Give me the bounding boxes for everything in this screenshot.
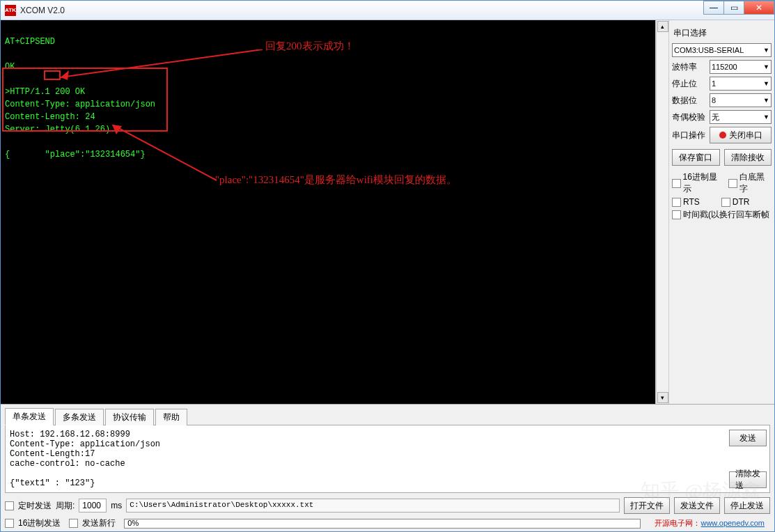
baud-label: 波特率 bbox=[672, 61, 707, 73]
serial-section-title: 串口选择 bbox=[673, 27, 772, 39]
parity-select[interactable]: 无▼ bbox=[710, 110, 772, 124]
timestamp-label: 时间戳(以换行回车断帧 bbox=[683, 209, 769, 221]
bottom-pane: 单条发送 多条发送 协议传输 帮助 Host: 192.168.12.68:89… bbox=[1, 404, 774, 531]
send-tabs: 单条发送 多条发送 协议传输 帮助 bbox=[1, 405, 774, 425]
timed-send-label: 定时发送 bbox=[18, 500, 52, 512]
annotation-text-1: 回复200表示成功！ bbox=[265, 38, 354, 54]
close-serial-button[interactable]: 关闭串口 bbox=[710, 127, 772, 143]
hex-send-checkbox[interactable] bbox=[5, 519, 14, 528]
close-button[interactable]: ✕ bbox=[744, 1, 774, 15]
timestamp-checkbox[interactable] bbox=[672, 210, 681, 219]
titlebar: ATK XCOM V2.0 — ▭ ✕ bbox=[1, 1, 774, 20]
send-textarea[interactable]: Host: 192.168.12.68:8999 Content-Type: a… bbox=[6, 425, 729, 492]
stop-send-button[interactable]: 停止发送 bbox=[724, 497, 770, 514]
svg-marker-1 bbox=[61, 70, 69, 80]
save-window-button[interactable]: 保存窗口 bbox=[672, 149, 720, 166]
send-file-button[interactable]: 发送文件 bbox=[674, 497, 720, 514]
newline-checkbox[interactable] bbox=[69, 519, 78, 528]
chevron-down-icon: ▼ bbox=[763, 97, 769, 104]
tab-single-send[interactable]: 单条发送 bbox=[5, 408, 54, 425]
maximize-button[interactable]: ▭ bbox=[723, 1, 744, 15]
footer-link: 开源电子网：www.openedv.com bbox=[649, 517, 770, 530]
progress-bar: 0% bbox=[124, 519, 641, 529]
terminal-output: AT+CIPSEND OK >HTTP/1.1 200 OK Content-T… bbox=[1, 20, 656, 404]
file-path-field[interactable]: C:\Users\Administrator\Desktop\xxxxx.txt bbox=[126, 499, 620, 513]
timed-send-checkbox[interactable] bbox=[5, 501, 14, 510]
chevron-down-icon: ▼ bbox=[763, 47, 769, 54]
period-unit: ms bbox=[111, 501, 122, 510]
minimize-button[interactable]: — bbox=[703, 1, 724, 15]
clear-receive-button[interactable]: 清除接收 bbox=[724, 149, 772, 166]
annotation-box-200 bbox=[44, 70, 61, 80]
annotation-text-2: "place":"132314654"是服务器给wifi模块回复的数据。 bbox=[215, 172, 515, 188]
port-value: COM3:USB-SERIAL bbox=[674, 46, 744, 54]
stopbit-select[interactable]: 1▼ bbox=[710, 77, 772, 91]
parity-label: 奇偶校验 bbox=[672, 111, 707, 123]
tab-help[interactable]: 帮助 bbox=[155, 409, 187, 425]
scroll-up-icon[interactable]: ▴ bbox=[657, 21, 668, 32]
hex-display-label: 16进制显示 bbox=[683, 171, 724, 195]
clear-send-button[interactable]: 清除发送 bbox=[729, 471, 767, 488]
chevron-down-icon: ▼ bbox=[763, 114, 769, 120]
window-title: XCOM V2.0 bbox=[20, 6, 65, 15]
port-select[interactable]: COM3:USB-SERIAL▼ bbox=[672, 43, 772, 57]
tab-protocol[interactable]: 协议传输 bbox=[105, 409, 154, 425]
dtr-label: DTR bbox=[733, 197, 750, 207]
chevron-down-icon: ▼ bbox=[763, 63, 769, 70]
svg-line-0 bbox=[61, 49, 263, 77]
tab-multi-send[interactable]: 多条发送 bbox=[55, 409, 104, 425]
chevron-down-icon: ▼ bbox=[763, 80, 769, 87]
dtr-checkbox[interactable] bbox=[721, 198, 730, 207]
white-bg-label: 白底黑字 bbox=[739, 171, 772, 195]
serial-op-label: 串口操作 bbox=[672, 130, 707, 141]
baud-select[interactable]: 115200▼ bbox=[710, 60, 772, 74]
hex-display-checkbox[interactable] bbox=[672, 179, 681, 188]
period-label: 周期: bbox=[56, 500, 75, 512]
svg-marker-3 bbox=[112, 125, 122, 134]
period-input[interactable] bbox=[79, 499, 107, 513]
progress-value: 0% bbox=[127, 519, 139, 527]
newline-label: 发送新行 bbox=[82, 517, 116, 529]
rts-checkbox[interactable] bbox=[672, 198, 681, 207]
footer-url[interactable]: www.openedv.com bbox=[700, 519, 765, 527]
scroll-down-icon[interactable]: ▾ bbox=[657, 392, 668, 403]
terminal-text: AT+CIPSEND OK >HTTP/1.1 200 OK Content-T… bbox=[5, 37, 155, 159]
white-bg-checkbox[interactable] bbox=[728, 179, 737, 188]
send-button[interactable]: 发送 bbox=[729, 430, 767, 446]
rts-label: RTS bbox=[683, 197, 700, 207]
stopbit-label: 停止位 bbox=[672, 78, 707, 90]
app-icon: ATK bbox=[5, 5, 16, 16]
annotation-arrow-1 bbox=[61, 49, 269, 84]
sidebar: 串口选择 COM3:USB-SERIAL▼ 波特率 115200▼ 停止位 1▼… bbox=[668, 20, 774, 404]
hex-send-label: 16进制发送 bbox=[18, 517, 61, 529]
databit-select[interactable]: 8▼ bbox=[710, 93, 772, 107]
databit-label: 数据位 bbox=[672, 95, 707, 107]
terminal-scrollbar[interactable]: ▴ ▾ bbox=[656, 20, 668, 404]
open-file-button[interactable]: 打开文件 bbox=[624, 497, 670, 514]
